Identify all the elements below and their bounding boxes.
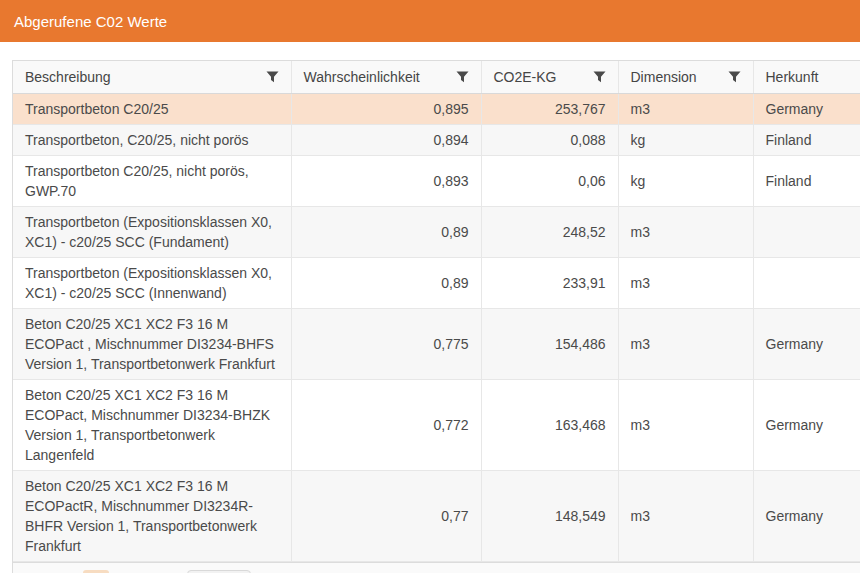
table-row[interactable]: Transportbeton C20/25, nicht porös, GWP.… — [13, 156, 860, 207]
cell-wahrscheinlichkeit: 0,77 — [291, 471, 481, 562]
cell-co2e-kg: 0,06 — [481, 156, 618, 207]
cell-herkunft: Finland — [753, 125, 860, 156]
window-title-bar: Abgerufene C02 Werte — [0, 0, 860, 42]
column-header-co2e-kg[interactable]: CO2E-KG — [481, 61, 618, 94]
column-header-label: Herkunft — [766, 69, 819, 85]
cell-dimension: m3 — [618, 471, 753, 562]
cell-beschreibung: Beton C20/25 XC1 XC2 F3 16 M ECOPact , M… — [13, 309, 291, 380]
column-header-herkunft[interactable]: Herkunft — [753, 61, 860, 94]
table-row[interactable]: Transportbeton, C20/25, nicht porös 0,89… — [13, 125, 860, 156]
table-row[interactable]: Beton C20/25 XC1 XC2 F3 16 M ECOPact, Mi… — [13, 380, 860, 471]
cell-co2e-kg: 233,91 — [481, 258, 618, 309]
cell-wahrscheinlichkeit: 0,89 — [291, 207, 481, 258]
column-header-label: Beschreibung — [25, 69, 111, 85]
table-row[interactable]: Beton C20/25 XC1 XC2 F3 16 M ECOPactR, M… — [13, 471, 860, 562]
cell-herkunft: Germany — [753, 94, 860, 125]
cell-beschreibung: Transportbeton C20/25, nicht porös, GWP.… — [13, 156, 291, 207]
cell-wahrscheinlichkeit: 0,895 — [291, 94, 481, 125]
cell-co2e-kg: 248,52 — [481, 207, 618, 258]
cell-beschreibung: Transportbeton (Expositionsklassen X0, X… — [13, 258, 291, 309]
cell-dimension: kg — [618, 125, 753, 156]
cell-co2e-kg: 253,767 — [481, 94, 618, 125]
column-header-dimension[interactable]: Dimension — [618, 61, 753, 94]
column-header-wahrscheinlichkeit[interactable]: Wahrscheinlichkeit — [291, 61, 481, 94]
cell-wahrscheinlichkeit: 0,772 — [291, 380, 481, 471]
cell-dimension: m3 — [618, 258, 753, 309]
filter-icon[interactable] — [728, 71, 741, 84]
cell-beschreibung: Transportbeton, C20/25, nicht porös — [13, 125, 291, 156]
table-row[interactable]: Transportbeton C20/25 0,895 253,767 m3 G… — [13, 94, 860, 125]
cell-wahrscheinlichkeit: 0,775 — [291, 309, 481, 380]
column-header-beschreibung[interactable]: Beschreibung — [13, 61, 291, 94]
cell-dimension: m3 — [618, 207, 753, 258]
co2-values-table: Beschreibung Wahrscheinlichkeit CO2E-KG — [13, 61, 860, 562]
grid-pager: 1 10 ▼ Elemente pro Seite — [13, 562, 860, 573]
cell-wahrscheinlichkeit: 0,893 — [291, 156, 481, 207]
cell-dimension: m3 — [618, 380, 753, 471]
cell-herkunft: Germany — [753, 380, 860, 471]
column-header-label: CO2E-KG — [494, 69, 557, 85]
data-grid: Beschreibung Wahrscheinlichkeit CO2E-KG — [12, 60, 860, 573]
cell-beschreibung: Transportbeton (Expositionsklassen X0, X… — [13, 207, 291, 258]
cell-herkunft: Finland — [753, 156, 860, 207]
cell-wahrscheinlichkeit: 0,894 — [291, 125, 481, 156]
cell-beschreibung: Beton C20/25 XC1 XC2 F3 16 M ECOPact, Mi… — [13, 380, 291, 471]
column-header-label: Dimension — [631, 69, 697, 85]
table-row[interactable]: Transportbeton (Expositionsklassen X0, X… — [13, 258, 860, 309]
filter-icon[interactable] — [456, 71, 469, 84]
table-row[interactable]: Transportbeton (Expositionsklassen X0, X… — [13, 207, 860, 258]
cell-dimension: kg — [618, 156, 753, 207]
filter-icon[interactable] — [593, 71, 606, 84]
cell-co2e-kg: 148,549 — [481, 471, 618, 562]
cell-herkunft: Germany — [753, 471, 860, 562]
filter-icon[interactable] — [266, 71, 279, 84]
cell-co2e-kg: 154,486 — [481, 309, 618, 380]
cell-herkunft: Germany — [753, 309, 860, 380]
cell-dimension: m3 — [618, 309, 753, 380]
table-row[interactable]: Beton C20/25 XC1 XC2 F3 16 M ECOPact , M… — [13, 309, 860, 380]
cell-herkunft — [753, 207, 860, 258]
column-header-label: Wahrscheinlichkeit — [304, 69, 420, 85]
cell-herkunft — [753, 258, 860, 309]
page-title: Abgerufene C02 Werte — [14, 13, 167, 30]
cell-co2e-kg: 0,088 — [481, 125, 618, 156]
cell-dimension: m3 — [618, 94, 753, 125]
table-header-row: Beschreibung Wahrscheinlichkeit CO2E-KG — [13, 61, 860, 94]
cell-co2e-kg: 163,468 — [481, 380, 618, 471]
cell-beschreibung: Beton C20/25 XC1 XC2 F3 16 M ECOPactR, M… — [13, 471, 291, 562]
cell-wahrscheinlichkeit: 0,89 — [291, 258, 481, 309]
cell-beschreibung: Transportbeton C20/25 — [13, 94, 291, 125]
